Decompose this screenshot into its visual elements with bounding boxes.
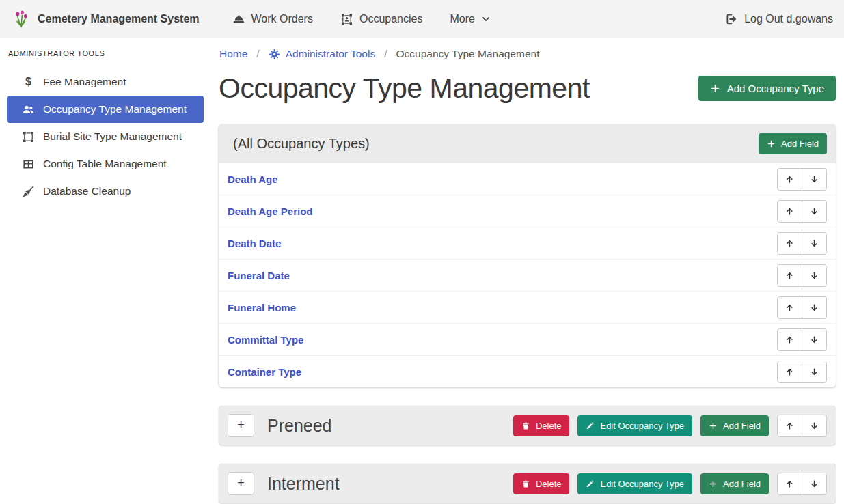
delete-button[interactable]: Delete [513, 415, 570, 436]
arrow-up-icon [785, 206, 795, 216]
add-field-button[interactable]: Add Field [759, 133, 827, 154]
breadcrumb-occupancy-type-management: Occupancy Type Management [396, 48, 540, 60]
field-row-container-type: Container Type [219, 355, 836, 387]
all-occupancy-types-card: (All Occupancy Types) Add Field Death Ag… [219, 124, 836, 387]
occupancy-type-section-interment: + Interment Delete Edit Occupancy Type A… [219, 464, 836, 503]
plus-icon [767, 139, 776, 148]
move-up-button[interactable] [777, 361, 802, 383]
field-row-death-date: Death Date [219, 227, 836, 259]
arrow-down-icon [809, 335, 819, 345]
arrow-down-icon [809, 367, 819, 377]
sidebar-item-database-cleanup[interactable]: Database Cleanup [7, 178, 204, 205]
breadcrumb: Home/Administrator Tools/Occupancy Type … [219, 48, 836, 60]
move-up-button[interactable] [777, 232, 802, 255]
add-occupancy-type-label: Add Occupancy Type [727, 83, 824, 94]
top-navbar: Cemetery Management System Work Orders O… [0, 0, 844, 38]
breadcrumb-separator: / [256, 48, 259, 60]
add-occupancy-type-button[interactable]: Add Occupancy Type [698, 76, 836, 101]
field-row-funeral-date: Funeral Date [219, 259, 836, 291]
page-header: Occupancy Type Management Add Occupancy … [219, 71, 836, 105]
trash-icon [521, 479, 530, 488]
person-booth-icon [340, 13, 353, 26]
field-row-death-age-period: Death Age Period [219, 195, 836, 227]
nav-item-occupancies[interactable]: Occupancies [327, 13, 437, 26]
users-icon [21, 103, 35, 116]
reorder-buttons [777, 328, 827, 351]
breadcrumb-administrator-tools[interactable]: Administrator Tools [269, 48, 376, 60]
move-up-button[interactable] [777, 264, 802, 287]
section-actions: Delete Edit Occupancy Type Add Field [513, 473, 827, 495]
card-title: (All Occupancy Types) [233, 136, 370, 152]
reorder-buttons [777, 415, 827, 437]
move-down-button[interactable] [802, 361, 827, 383]
breadcrumb-separator: / [384, 48, 387, 60]
sidebar: ADMINISTRATOR TOOLS $ Fee Management Occ… [0, 38, 212, 504]
reorder-buttons [777, 232, 827, 255]
reorder-buttons [777, 168, 827, 191]
add-field-button[interactable]: Add Field [700, 415, 769, 436]
main-content: Home/Administrator Tools/Occupancy Type … [212, 38, 844, 504]
sidebar-item-config-table-management[interactable]: Config Table Management [7, 150, 204, 178]
move-down-button[interactable] [802, 200, 827, 223]
field-link-funeral-home[interactable]: Funeral Home [228, 302, 296, 313]
sidebar-item-burial-site-type-management[interactable]: Burial Site Type Management [7, 123, 204, 150]
move-up-button[interactable] [777, 415, 802, 437]
arrow-down-icon [809, 479, 819, 489]
field-link-death-age[interactable]: Death Age [228, 173, 278, 185]
app-title[interactable]: Cemetery Management System [38, 13, 200, 25]
sidebar-item-occupancy-type-management[interactable]: Occupancy Type Management [7, 96, 204, 123]
nav-item-work-orders[interactable]: Work Orders [219, 13, 327, 26]
field-link-funeral-date[interactable]: Funeral Date [228, 270, 290, 281]
field-link-committal-type[interactable]: Committal Type [228, 334, 303, 346]
nav-item-more[interactable]: More [436, 13, 504, 25]
arrow-up-icon [785, 335, 795, 345]
move-down-button[interactable] [802, 232, 827, 255]
plus-icon [709, 421, 718, 430]
expand-button[interactable]: + [228, 472, 254, 495]
arrow-up-icon [785, 367, 795, 377]
move-up-button[interactable] [777, 473, 802, 495]
field-link-container-type[interactable]: Container Type [228, 366, 301, 378]
move-up-button[interactable] [777, 200, 802, 223]
logout-button[interactable]: Log Out d.gowans [725, 13, 833, 25]
occupancy-type-sections: + Preneed Delete Edit Occupancy Type Add… [219, 406, 836, 503]
sidebar-item-label: Fee Management [43, 76, 126, 88]
arrow-up-icon [785, 421, 795, 431]
edit-occupancy-type-button[interactable]: Edit Occupancy Type [577, 415, 692, 436]
move-down-button[interactable] [802, 168, 827, 191]
delete-button[interactable]: Delete [513, 473, 570, 494]
expand-button[interactable]: + [228, 414, 254, 437]
gear-icon [269, 48, 280, 60]
add-field-button[interactable]: Add Field [700, 473, 769, 494]
arrow-up-icon [785, 303, 795, 313]
field-link-death-age-period[interactable]: Death Age Period [228, 206, 312, 217]
arrow-down-icon [809, 174, 819, 184]
svg-text:$: $ [25, 76, 31, 87]
reorder-buttons [777, 264, 827, 287]
reorder-buttons [777, 361, 827, 383]
move-up-button[interactable] [777, 296, 802, 319]
tulips-logo-icon [12, 10, 31, 29]
occupancy-type-name: Preneed [267, 416, 332, 436]
vector-square-icon [21, 130, 35, 143]
arrow-down-icon [809, 421, 819, 431]
arrow-down-icon [809, 270, 819, 281]
move-up-button[interactable] [777, 328, 802, 351]
plus-icon [710, 83, 720, 94]
broom-icon [21, 185, 35, 198]
move-down-button[interactable] [802, 473, 827, 495]
breadcrumb-home[interactable]: Home [219, 48, 247, 60]
move-down-button[interactable] [802, 296, 827, 319]
dollar-icon: $ [21, 76, 35, 89]
move-down-button[interactable] [802, 328, 827, 351]
sidebar-item-fee-management[interactable]: $ Fee Management [7, 68, 204, 96]
move-down-button[interactable] [802, 264, 827, 287]
sidebar-items: $ Fee Management Occupancy Type Manageme… [0, 68, 212, 205]
move-down-button[interactable] [802, 415, 827, 437]
arrow-up-icon [785, 270, 795, 281]
logout-icon [725, 13, 737, 25]
plus-icon [709, 479, 718, 488]
edit-occupancy-type-button[interactable]: Edit Occupancy Type [577, 473, 692, 494]
move-up-button[interactable] [777, 168, 802, 191]
field-link-death-date[interactable]: Death Date [228, 238, 281, 249]
